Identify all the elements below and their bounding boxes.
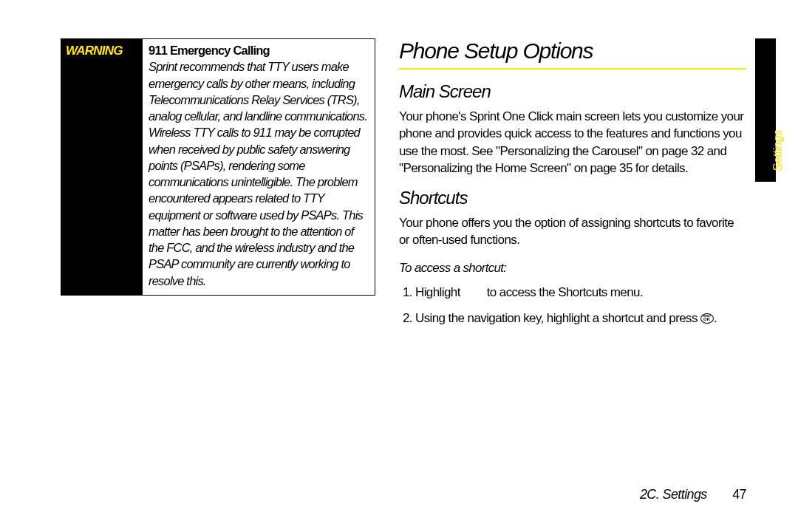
- step-1b: to access the Shortcuts menu.: [487, 285, 643, 299]
- warning-box: WARNING 911 Emergency Calling Sprint rec…: [61, 38, 375, 296]
- footer-section: 2C. Settings: [640, 487, 707, 502]
- side-tab: Settings: [755, 38, 776, 182]
- heading-main-screen: Main Screen: [399, 81, 746, 102]
- warning-body: 911 Emergency Calling Sprint recommends …: [143, 39, 375, 295]
- warning-label: WARNING: [61, 39, 143, 295]
- section-title: Phone Setup Options: [399, 38, 746, 69]
- heading-shortcuts: Shortcuts: [399, 188, 746, 208]
- right-column: Phone Setup Options Main Screen Your pho…: [399, 38, 746, 335]
- footer-page-number: 47: [732, 487, 746, 502]
- shortcuts-intro: Your phone offers you the option of assi…: [399, 214, 746, 249]
- warning-text: Sprint recommends that TTY users make em…: [149, 58, 369, 289]
- step-1: Highlightto access the Shortcuts menu.: [415, 283, 746, 302]
- page-footer: 2C. Settings 47: [399, 487, 746, 502]
- howto-label: To access a shortcut:: [399, 261, 746, 276]
- menu-ok-icon: [700, 313, 714, 324]
- side-tab-label: Settings: [771, 130, 785, 171]
- steps-list: Highlightto access the Shortcuts menu. U…: [399, 283, 746, 328]
- step-2b: .: [714, 311, 717, 325]
- step-2a: Using the navigation key, highlight a sh…: [415, 311, 698, 325]
- manual-page: WARNING 911 Emergency Calling Sprint rec…: [0, 0, 798, 532]
- main-screen-paragraph: Your phone's Sprint One Click main scree…: [399, 108, 746, 177]
- step-2: Using the navigation key, highlight a sh…: [415, 309, 746, 328]
- warning-title: 911 Emergency Calling: [149, 42, 369, 58]
- step-1a: Highlight: [415, 285, 460, 299]
